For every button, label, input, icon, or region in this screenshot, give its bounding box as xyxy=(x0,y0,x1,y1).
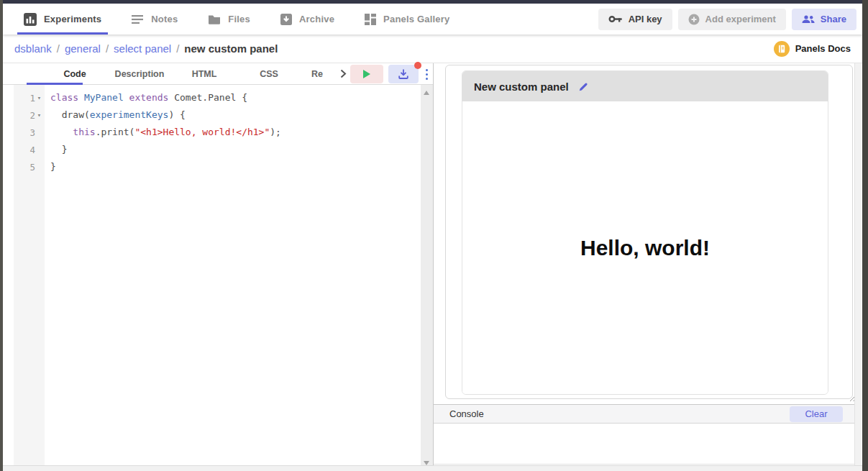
download-icon xyxy=(398,68,409,80)
breadcrumb-project-link[interactable]: general xyxy=(65,42,101,55)
window-frame-top xyxy=(0,0,868,4)
edit-pencil-icon[interactable] xyxy=(579,82,588,91)
line-number: 2 xyxy=(29,110,35,121)
line-number: 3 xyxy=(29,127,35,138)
gutter-row: 4 xyxy=(14,141,45,158)
share-label: Share xyxy=(821,14,846,24)
breadcrumb-current: new custom panel xyxy=(184,42,278,55)
api-key-label: API key xyxy=(629,14,662,24)
tab-label: Panels Gallery xyxy=(383,14,449,24)
download-button[interactable] xyxy=(388,65,419,83)
tab-experiments[interactable]: Experiments xyxy=(9,4,117,35)
tab-label: Notes xyxy=(151,14,178,24)
main-split: Code Description HTML CSS Re xyxy=(3,63,862,471)
tab-label: Archive xyxy=(299,14,334,24)
tab-label: Experiments xyxy=(44,14,101,24)
editor-pane: Code Description HTML CSS Re xyxy=(3,63,434,471)
breadcrumb-bar: dsblank / general / select panel / new c… xyxy=(3,35,862,63)
tab-archive[interactable]: Archive xyxy=(265,4,350,35)
tabs-scroll-right-button[interactable] xyxy=(340,69,347,78)
scroll-up-icon[interactable] xyxy=(424,91,429,95)
add-experiment-button[interactable]: Add experiment xyxy=(678,9,786,30)
top-navbar: Experiments Notes Files xyxy=(3,4,862,35)
nav-actions: API key Add experiment Share xyxy=(598,9,856,30)
tab-panels-gallery[interactable]: Panels Gallery xyxy=(350,4,465,35)
code-line[interactable]: } xyxy=(45,141,421,158)
preview-pane: New custom panel Hello, world! C xyxy=(434,63,862,471)
window-frame-right xyxy=(862,0,868,471)
line-number: 5 xyxy=(29,162,35,173)
api-key-button[interactable]: API key xyxy=(598,9,672,30)
app-window: Experiments Notes Files xyxy=(0,0,868,471)
folder-icon xyxy=(208,14,221,24)
line-number: 4 xyxy=(29,145,35,155)
add-experiment-label: Add experiment xyxy=(705,14,776,24)
panels-docs-label: Panels Docs xyxy=(795,43,851,54)
fold-icon[interactable]: ▾ xyxy=(35,111,43,119)
panel-header: New custom panel xyxy=(462,71,828,101)
breadcrumb-separator: / xyxy=(176,42,179,55)
line-number: 1 xyxy=(29,93,35,104)
code-text-area[interactable]: class MyPanel extends Comet.Panel { draw… xyxy=(45,85,421,471)
share-button[interactable]: Share xyxy=(792,9,856,30)
console-output xyxy=(434,424,854,465)
docs-book-icon xyxy=(774,41,790,57)
tab-label: Files xyxy=(228,14,250,24)
editor-tab-css[interactable]: CSS xyxy=(237,69,301,79)
code-line[interactable]: this.print("<h1>Hello, world!</h1>"); xyxy=(45,124,421,141)
breadcrumb-separator: / xyxy=(106,42,109,55)
console-bar: Console Clear xyxy=(434,404,854,424)
hello-world-heading: Hello, world! xyxy=(580,236,710,260)
line-number-gutter: 1 ▾ 2 ▾ 3 4 xyxy=(14,85,45,471)
chevron-right-icon xyxy=(340,69,347,78)
editor-tabbar: Code Description HTML CSS Re xyxy=(3,63,433,85)
bar-chart-icon xyxy=(24,13,37,26)
key-icon xyxy=(608,14,623,24)
console-label: Console xyxy=(449,408,484,419)
bottom-strip xyxy=(3,465,862,471)
code-line[interactable]: draw(experimentKeys) { xyxy=(45,106,421,124)
panel-output: Hello, world! xyxy=(462,101,828,394)
more-options-button[interactable] xyxy=(424,66,430,83)
editor-tab-code[interactable]: Code xyxy=(42,69,107,79)
gutter-row: 3 xyxy=(14,124,45,141)
gutter-margin xyxy=(3,85,14,471)
editor-tab-resources[interactable]: Re xyxy=(301,69,333,79)
nav-tabs: Experiments Notes Files xyxy=(9,4,465,35)
archive-icon xyxy=(280,14,292,25)
gutter-row: 5 xyxy=(14,158,45,175)
code-editor: 1 ▾ 2 ▾ 3 4 xyxy=(3,85,433,471)
breadcrumb-separator: / xyxy=(57,42,60,55)
preview-container: New custom panel Hello, world! xyxy=(445,65,853,399)
fold-icon[interactable]: ▾ xyxy=(35,94,43,101)
notes-icon xyxy=(132,14,144,24)
app-content: Experiments Notes Files xyxy=(3,4,862,471)
panel-title: New custom panel xyxy=(474,81,569,93)
run-button[interactable] xyxy=(350,65,383,83)
editor-tab-html[interactable]: HTML xyxy=(172,69,237,79)
editor-tab-description[interactable]: Description xyxy=(107,69,172,79)
custom-panel-card: New custom panel Hello, world! xyxy=(462,70,828,395)
plus-circle-icon xyxy=(688,14,700,25)
breadcrumb-panel-link[interactable]: select panel xyxy=(114,42,171,55)
window-frame-left xyxy=(0,0,3,471)
console-clear-button[interactable]: Clear xyxy=(790,406,843,422)
tab-notes[interactable]: Notes xyxy=(117,4,193,35)
panels-docs-button[interactable]: Panels Docs xyxy=(774,41,851,57)
people-icon xyxy=(802,15,815,24)
code-line[interactable]: } xyxy=(45,158,421,175)
breadcrumb-workspace-link[interactable]: dsblank xyxy=(14,42,52,55)
gutter-row: 1 ▾ xyxy=(14,89,45,106)
grid-icon xyxy=(365,14,376,25)
notification-dot xyxy=(414,62,421,69)
tab-files[interactable]: Files xyxy=(193,4,265,35)
editor-scrollbar[interactable] xyxy=(421,85,433,471)
code-line[interactable]: class MyPanel extends Comet.Panel { xyxy=(45,89,421,106)
play-icon xyxy=(363,70,370,78)
page-scrollbar-track[interactable] xyxy=(854,63,862,466)
gutter-row: 2 ▾ xyxy=(14,106,45,124)
editor-actions xyxy=(350,65,430,83)
